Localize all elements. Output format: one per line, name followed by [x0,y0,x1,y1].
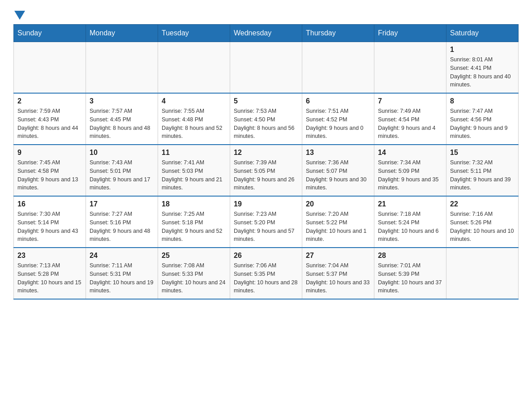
day-number: 10 [90,149,154,157]
calendar-cell: 24Sunrise: 7:11 AMSunset: 5:31 PMDayligh… [86,248,158,299]
calendar-cell: 11Sunrise: 7:41 AMSunset: 5:03 PMDayligh… [158,145,230,196]
week-row-5: 23Sunrise: 7:13 AMSunset: 5:28 PMDayligh… [14,248,519,299]
day-info: Sunrise: 7:43 AMSunset: 5:01 PMDaylight:… [90,158,154,192]
day-info: Sunrise: 7:08 AMSunset: 5:33 PMDaylight:… [162,261,226,295]
weekday-header-monday: Monday [86,25,158,42]
day-info: Sunrise: 7:51 AMSunset: 4:52 PMDaylight:… [306,107,370,141]
day-info: Sunrise: 7:36 AMSunset: 5:07 PMDaylight:… [306,158,370,192]
day-number: 24 [90,252,154,260]
calendar-cell: 26Sunrise: 7:06 AMSunset: 5:35 PMDayligh… [230,248,302,299]
weekday-header-row: SundayMondayTuesdayWednesdayThursdayFrid… [14,25,519,42]
weekday-header-friday: Friday [374,25,446,42]
day-number: 20 [306,200,370,208]
calendar-cell: 9Sunrise: 7:45 AMSunset: 4:58 PMDaylight… [14,145,86,196]
day-number: 13 [306,149,370,157]
day-info: Sunrise: 7:32 AMSunset: 5:11 PMDaylight:… [450,158,515,192]
calendar-cell: 10Sunrise: 7:43 AMSunset: 5:01 PMDayligh… [86,145,158,196]
calendar-cell: 5Sunrise: 7:53 AMSunset: 4:50 PMDaylight… [230,93,302,145]
day-number: 17 [90,200,154,208]
week-row-2: 2Sunrise: 7:59 AMSunset: 4:43 PMDaylight… [14,93,519,145]
day-info: Sunrise: 7:30 AMSunset: 5:14 PMDaylight:… [17,210,82,244]
day-number: 8 [450,97,515,105]
day-info: Sunrise: 7:16 AMSunset: 5:26 PMDaylight:… [450,210,515,244]
day-number: 7 [378,97,442,105]
day-info: Sunrise: 7:57 AMSunset: 4:45 PMDaylight:… [90,107,154,141]
calendar-cell [374,42,446,94]
week-row-4: 16Sunrise: 7:30 AMSunset: 5:14 PMDayligh… [14,196,519,248]
day-number: 27 [306,252,370,260]
calendar-cell: 22Sunrise: 7:16 AMSunset: 5:26 PMDayligh… [446,196,519,248]
day-number: 4 [162,97,226,105]
day-info: Sunrise: 7:47 AMSunset: 4:56 PMDaylight:… [450,107,515,141]
calendar-cell: 19Sunrise: 7:23 AMSunset: 5:20 PMDayligh… [230,196,302,248]
calendar-cell: 17Sunrise: 7:27 AMSunset: 5:16 PMDayligh… [86,196,158,248]
day-info: Sunrise: 7:04 AMSunset: 5:37 PMDaylight:… [306,261,370,295]
day-info: Sunrise: 7:59 AMSunset: 4:43 PMDaylight:… [17,107,82,141]
day-number: 9 [17,149,82,157]
day-info: Sunrise: 7:20 AMSunset: 5:22 PMDaylight:… [306,210,370,244]
day-number: 28 [378,252,442,260]
day-number: 26 [234,252,298,260]
day-number: 14 [378,149,442,157]
calendar-cell [86,42,158,94]
day-info: Sunrise: 7:13 AMSunset: 5:28 PMDaylight:… [17,261,82,295]
day-number: 2 [17,97,82,105]
weekday-header-saturday: Saturday [446,25,519,42]
day-number: 15 [450,149,515,157]
calendar-cell: 14Sunrise: 7:34 AMSunset: 5:09 PMDayligh… [374,145,446,196]
day-info: Sunrise: 7:11 AMSunset: 5:31 PMDaylight:… [90,261,154,295]
day-info: Sunrise: 7:27 AMSunset: 5:16 PMDaylight:… [90,210,154,244]
day-number: 22 [450,200,515,208]
calendar-cell [446,248,519,299]
calendar-cell: 20Sunrise: 7:20 AMSunset: 5:22 PMDayligh… [302,196,374,248]
day-number: 6 [306,97,370,105]
day-number: 21 [378,200,442,208]
day-info: Sunrise: 7:06 AMSunset: 5:35 PMDaylight:… [234,261,298,295]
day-info: Sunrise: 7:53 AMSunset: 4:50 PMDaylight:… [234,107,298,141]
calendar-cell: 7Sunrise: 7:49 AMSunset: 4:54 PMDaylight… [374,93,446,145]
calendar-cell: 28Sunrise: 7:01 AMSunset: 5:39 PMDayligh… [374,248,446,299]
day-number: 23 [17,252,82,260]
weekday-header-sunday: Sunday [14,25,86,42]
day-info: Sunrise: 7:41 AMSunset: 5:03 PMDaylight:… [162,158,226,192]
calendar-cell: 21Sunrise: 7:18 AMSunset: 5:24 PMDayligh… [374,196,446,248]
day-number: 3 [90,97,154,105]
calendar-cell [158,42,230,94]
day-number: 18 [162,200,226,208]
calendar-table: SundayMondayTuesdayWednesdayThursdayFrid… [13,24,519,300]
day-info: Sunrise: 7:23 AMSunset: 5:20 PMDaylight:… [234,210,298,244]
day-number: 19 [234,200,298,208]
day-info: Sunrise: 7:55 AMSunset: 4:48 PMDaylight:… [162,107,226,141]
day-info: Sunrise: 7:49 AMSunset: 4:54 PMDaylight:… [378,107,442,141]
calendar-cell: 6Sunrise: 7:51 AMSunset: 4:52 PMDaylight… [302,93,374,145]
day-info: Sunrise: 8:01 AMSunset: 4:41 PMDaylight:… [450,56,515,89]
week-row-3: 9Sunrise: 7:45 AMSunset: 4:58 PMDaylight… [14,145,519,196]
day-info: Sunrise: 7:01 AMSunset: 5:39 PMDaylight:… [378,261,442,295]
day-number: 25 [162,252,226,260]
calendar-cell: 1Sunrise: 8:01 AMSunset: 4:41 PMDaylight… [446,42,519,94]
day-info: Sunrise: 7:39 AMSunset: 5:05 PMDaylight:… [234,158,298,192]
logo-triangle-icon [14,11,25,20]
calendar-cell: 27Sunrise: 7:04 AMSunset: 5:37 PMDayligh… [302,248,374,299]
day-number: 11 [162,149,226,157]
day-info: Sunrise: 7:34 AMSunset: 5:09 PMDaylight:… [378,158,442,192]
calendar-cell: 2Sunrise: 7:59 AMSunset: 4:43 PMDaylight… [14,93,86,145]
page-header [13,9,519,20]
day-number: 1 [450,46,515,54]
calendar-cell [230,42,302,94]
weekday-header-wednesday: Wednesday [230,25,302,42]
day-info: Sunrise: 7:25 AMSunset: 5:18 PMDaylight:… [162,210,226,244]
calendar-cell: 8Sunrise: 7:47 AMSunset: 4:56 PMDaylight… [446,93,519,145]
calendar-cell: 12Sunrise: 7:39 AMSunset: 5:05 PMDayligh… [230,145,302,196]
day-number: 16 [17,200,82,208]
calendar-cell [14,42,86,94]
calendar-cell: 3Sunrise: 7:57 AMSunset: 4:45 PMDaylight… [86,93,158,145]
calendar-cell: 13Sunrise: 7:36 AMSunset: 5:07 PMDayligh… [302,145,374,196]
week-row-1: 1Sunrise: 8:01 AMSunset: 4:41 PMDaylight… [14,42,519,94]
calendar-cell: 16Sunrise: 7:30 AMSunset: 5:14 PMDayligh… [14,196,86,248]
day-info: Sunrise: 7:18 AMSunset: 5:24 PMDaylight:… [378,210,442,244]
weekday-header-thursday: Thursday [302,25,374,42]
calendar-cell: 25Sunrise: 7:08 AMSunset: 5:33 PMDayligh… [158,248,230,299]
day-info: Sunrise: 7:45 AMSunset: 4:58 PMDaylight:… [17,158,82,192]
calendar-cell: 23Sunrise: 7:13 AMSunset: 5:28 PMDayligh… [14,248,86,299]
